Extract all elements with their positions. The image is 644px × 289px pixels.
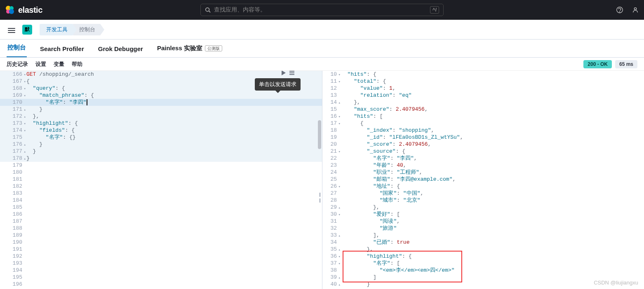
request-options-icon[interactable] [289,71,295,76]
space-selector-button[interactable]: 默 [22,25,32,35]
code-line[interactable]: 15 "max_score": 2.4079456, [322,106,644,113]
code-line[interactable]: 172▴ }, [0,113,322,120]
code-line[interactable]: 26▾ "地址": { [322,183,644,190]
code-line[interactable]: 23 "年龄": 40, [322,162,644,169]
code-line[interactable]: 24 "职业": "工程师", [322,169,644,176]
response-viewer[interactable]: 10▾ "hits": {11▾ "total": {12 "value": 1… [322,71,644,289]
code-line[interactable]: 11▾ "total": { [322,78,644,85]
code-line[interactable]: 189 [0,232,322,239]
code-line[interactable]: 187 [0,218,322,225]
watermark-text: CSDN @liujiangxu [594,280,638,286]
code-line[interactable]: 16▾ "hits": [ [322,113,644,120]
svg-point-8 [634,8,636,10]
brand-text: elastic [18,5,42,15]
toolbar-history[interactable]: 历史记录 [7,61,28,68]
code-line[interactable]: 170 "名字": "李四" [0,99,322,106]
response-status-badge: 200 - OK [583,60,612,68]
toolbar-variables[interactable]: 变量 [54,61,64,68]
request-editor[interactable]: 单击以发送请求 166▾GET /shopping/_search167▾{16… [0,71,322,289]
code-line[interactable]: 188 [0,225,322,232]
code-line[interactable]: 176▴ } [0,141,322,148]
code-line[interactable]: 173▾ "highlight": { [0,120,322,127]
send-request-icon[interactable] [280,71,287,76]
send-request-tooltip: 单击以发送请求 [255,78,301,91]
elastic-logo-icon [5,5,15,15]
tab-console[interactable]: 控制台 [7,44,27,57]
code-line[interactable]: 179 [0,162,322,169]
code-line[interactable]: 32 "旅游" [322,225,644,232]
code-line[interactable]: 174▾ "fields": { [0,127,322,134]
breadcrumb-devtools[interactable]: 开发工具 [40,24,73,35]
global-search-input[interactable]: 查找应用、内容等。 ^/ [200,4,444,16]
svg-line-5 [209,11,211,13]
code-line[interactable]: 37▾ "名字": [ [322,260,644,267]
code-line[interactable]: 13 "relation": "eq" [322,92,644,99]
breadcrumb-bar: 默 开发工具 控制台 [0,20,644,40]
code-line[interactable]: 192 [0,253,322,260]
beta-badge: 公测版 [205,45,222,51]
logo[interactable]: elastic [5,5,42,15]
code-line[interactable]: 169▾ "match_phrase": { [0,92,322,99]
code-line[interactable]: 183 [0,190,322,197]
code-line[interactable]: 171▴ } [0,106,322,113]
svg-point-7 [620,12,620,12]
tab-grok-debugger[interactable]: Grok Debugger [97,45,144,57]
code-line[interactable]: 175 "名字": {} [0,134,322,141]
code-line[interactable]: 10▾ "hits": { [322,71,644,78]
code-line[interactable]: 22 "名字": "李四", [322,155,644,162]
code-line[interactable]: 177▴ } [0,148,322,155]
nav-menu-button[interactable] [5,23,18,36]
editor-area: 单击以发送请求 166▾GET /shopping/_search167▾{16… [0,71,644,289]
code-line[interactable]: 178▴} [0,155,322,162]
svg-point-4 [206,8,209,12]
hamburger-icon [8,27,15,33]
tab-search-profiler[interactable]: Search Profiler [39,45,85,57]
code-line[interactable]: 38 "<em>李</em><em>四</em>" [322,267,644,274]
code-line[interactable]: 184 [0,197,322,204]
code-line[interactable]: 14▴ }, [322,99,644,106]
global-header: elastic 查找应用、内容等。 ^/ [0,0,644,20]
code-line[interactable]: 185 [0,204,322,211]
code-line[interactable]: 33▴ ], [322,232,644,239]
code-line[interactable]: 17▾ { [322,120,644,127]
code-line[interactable]: 35▴ }, [322,246,644,253]
tab-bar: 控制台 Search Profiler Grok Debugger Painle… [0,40,644,58]
code-line[interactable]: 36▾ "highlight": { [322,253,644,260]
tab-painless-lab[interactable]: Painless 实验室公测版 [156,44,223,57]
breadcrumb-console: 控制台 [73,24,100,35]
search-placeholder: 查找应用、内容等。 [214,6,427,14]
response-time-badge: 65 ms [615,60,637,68]
user-icon[interactable] [632,6,639,14]
code-line[interactable]: 180 [0,169,322,176]
code-line[interactable]: 20 "_score": 2.4079456, [322,141,644,148]
code-line[interactable]: 21▾ "_source": { [322,148,644,155]
code-line[interactable]: 12 "value": 1, [322,85,644,92]
help-icon[interactable] [616,6,623,14]
console-toolbar: 历史记录 设置 变量 帮助 200 - OK 65 ms [0,58,644,71]
search-icon [205,7,211,13]
code-line[interactable]: 19 "_id": "lFEa0osBD1s_Zl_wtYSu", [322,134,644,141]
code-line[interactable]: 25 "邮箱": "李四@example.com", [322,176,644,183]
toolbar-help[interactable]: 帮助 [72,61,82,68]
code-line[interactable]: 166▾GET /shopping/_search [0,71,322,78]
code-line[interactable]: 30▾ "爱好": [ [322,211,644,218]
code-line[interactable]: 28 "城市": "北京" [322,197,644,204]
code-line[interactable]: 186 [0,211,322,218]
code-line[interactable]: 196 [0,281,322,288]
code-line[interactable]: 27 "国家": "中国", [322,190,644,197]
code-line[interactable]: 195 [0,274,322,281]
code-line[interactable]: 182 [0,183,322,190]
code-line[interactable]: 29▴ }, [322,204,644,211]
code-line[interactable]: 18 "_index": "shopping", [322,127,644,134]
code-line[interactable]: 34 "已婚": true [322,239,644,246]
code-line[interactable]: 193 [0,260,322,267]
code-line[interactable]: 191 [0,246,322,253]
scrollbar-thumb[interactable] [318,120,321,149]
divider-handle-icon[interactable] [319,193,321,203]
code-line[interactable]: 190 [0,239,322,246]
code-line[interactable]: 31 "阅读", [322,218,644,225]
code-line[interactable]: 194 [0,267,322,274]
fold-toggle-icon[interactable]: ▴ [338,282,341,289]
toolbar-settings[interactable]: 设置 [35,61,46,68]
code-line[interactable]: 181 [0,176,322,183]
